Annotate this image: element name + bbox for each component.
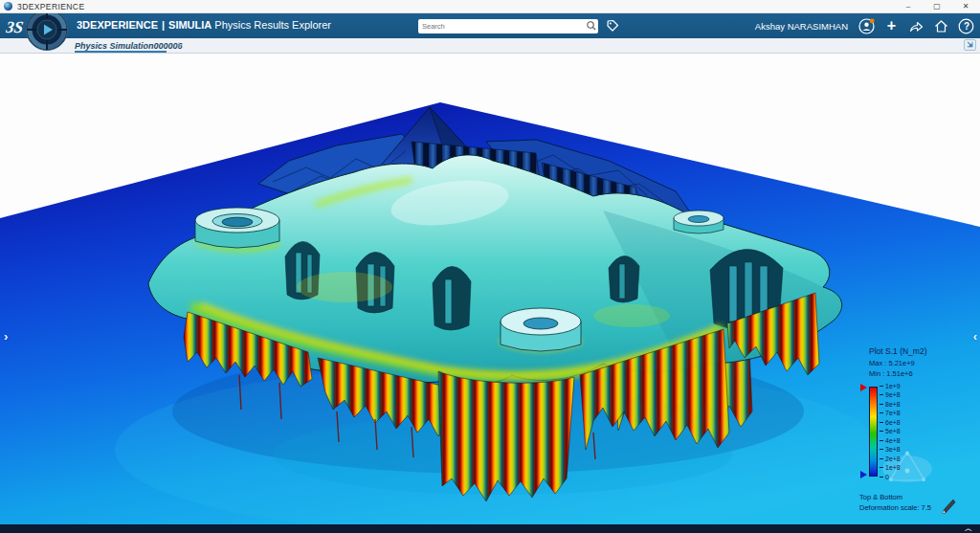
right-panel-expander[interactable]: ‹: [973, 329, 977, 344]
new-tab-button[interactable]: +: [176, 40, 182, 51]
user-zone: Akshay NARASIMHAN +: [755, 13, 974, 38]
annotate-pencil-icon[interactable]: [940, 498, 957, 515]
product-text: SIMULIA: [168, 19, 212, 31]
colorbar-tick-label: 4e+8: [880, 437, 901, 444]
svg-text:3S: 3S: [6, 18, 25, 36]
simulation-scene: [0, 54, 980, 524]
max-marker-icon: [860, 384, 867, 391]
search-box[interactable]: [418, 19, 598, 33]
window-title: 3DEXPERIENCE: [17, 2, 84, 11]
colorbar-ticks: 1e+99e+88e+87e+86e+85e+84e+83e+82e+81e+8…: [880, 383, 901, 480]
help-icon[interactable]: ?: [958, 18, 974, 34]
3dexperience-compass-icon[interactable]: [25, 8, 69, 52]
brand-text: 3DEXPERIENCE: [77, 19, 158, 31]
left-panel-expander[interactable]: ›: [4, 329, 8, 344]
title-separator: |: [162, 19, 165, 31]
app-title: 3DEXPERIENCE|SIMULIA Physics Results Exp…: [77, 19, 331, 31]
tab-bar: Physics Simulation000006 + ⇲: [0, 38, 980, 54]
colorbar-tick-label: 8e+8: [880, 401, 901, 408]
legend-title: Plot S.1 (N_m2): [869, 346, 976, 358]
colorbar-tick-label: 5e+8: [880, 428, 901, 434]
tab-label: Physics Simulation000006: [75, 41, 183, 51]
maximize-button[interactable]: ▢: [923, 0, 951, 12]
colorbar-tick-label: 1e+8: [880, 464, 901, 471]
add-content-icon[interactable]: +: [883, 18, 900, 34]
svg-text:?: ?: [964, 21, 969, 32]
active-tab-indicator: [75, 51, 167, 53]
colorbar-tick-label: 1e+9: [880, 383, 901, 389]
close-button[interactable]: ✕: [951, 0, 980, 12]
colorbar-tick-label: 2e+8: [880, 455, 901, 462]
colorbar-tick-label: 3e+8: [880, 446, 901, 453]
window-titlebar: 3DEXPERIENCE – ▢ ✕: [0, 0, 980, 13]
search-input[interactable]: [418, 22, 585, 31]
mount-boss-right: [674, 211, 724, 233]
colorbar-tick-label: 7e+8: [880, 410, 901, 416]
expand-action-bar-icon[interactable]: ︿: [965, 525, 972, 533]
legend-min: Min : 1.51e+6: [869, 368, 976, 380]
mount-boss-front: [501, 308, 581, 351]
legend-max: Max : 5.21e+9: [869, 358, 976, 369]
colorbar-tick-label: 0: [880, 474, 901, 480]
3d-viewport[interactable]: › ‹: [0, 54, 980, 524]
tag-icon[interactable]: [605, 18, 620, 33]
search-area: [418, 18, 620, 33]
window-app-icon: [4, 2, 12, 11]
legend-deformation-scale: Deformation scale: 7.5: [859, 502, 976, 514]
app-name-text: Physics Results Explorer: [214, 19, 331, 31]
bottom-action-bar[interactable]: ︿: [0, 524, 980, 533]
search-icon[interactable]: [585, 20, 598, 32]
mount-boss-left: [195, 208, 279, 248]
min-marker-icon: [860, 471, 867, 478]
colorbar-tick-label: 9e+8: [880, 391, 901, 398]
collapse-viewport-icon[interactable]: ⇲: [964, 39, 976, 51]
legend-display-mode: Top & Bottom: [859, 492, 976, 503]
profile-avatar-icon[interactable]: [858, 18, 875, 34]
minimize-button[interactable]: –: [894, 0, 923, 12]
colorbar: [869, 387, 878, 477]
app-header-bar: 3S 3DEXPERIENCE|SIMULIA Physics Results …: [0, 13, 980, 38]
share-icon[interactable]: [908, 18, 924, 34]
window-controls: – ▢ ✕: [894, 0, 980, 12]
contour-legend: Plot S.1 (N_m2) Max : 5.21e+9 Min : 1.51…: [859, 346, 976, 514]
home-icon[interactable]: [933, 18, 949, 34]
application-window: 3DEXPERIENCE – ▢ ✕ 3S 3DEXPERIENCE|SIMUL: [0, 0, 980, 533]
colorbar-block: 1e+99e+88e+87e+86e+85e+84e+83e+82e+81e+8…: [859, 383, 976, 482]
colorbar-tick-label: 6e+8: [880, 419, 901, 426]
user-name[interactable]: Akshay NARASIMHAN: [755, 21, 848, 32]
